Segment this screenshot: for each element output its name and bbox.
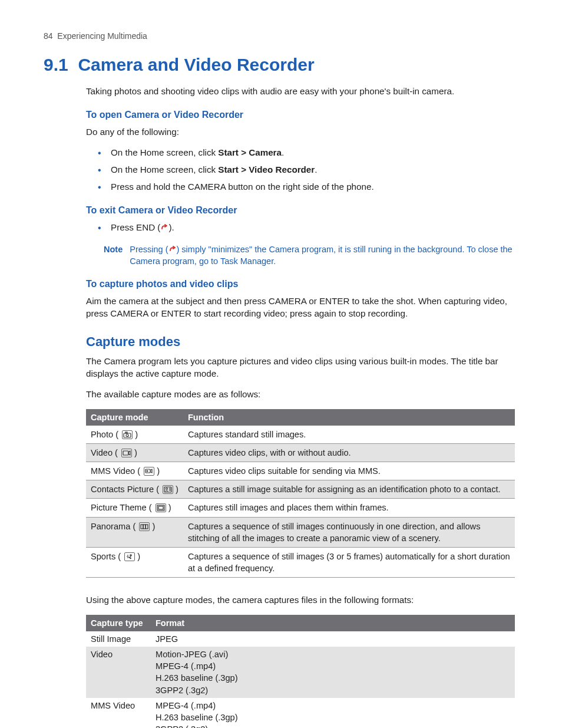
table-row: Panorama ( )Captures a sequence of still…	[86, 517, 515, 547]
table-row: Still ImageJPEG	[86, 631, 515, 647]
svg-rect-3	[123, 451, 128, 455]
table-row: MMS Video ( )Captures video clips suitab…	[86, 462, 515, 480]
list-text: .	[282, 147, 284, 157]
list-item: On the Home screen, click Start > Video …	[108, 164, 515, 176]
running-header: 84 Experiencing Multimedia	[44, 31, 515, 42]
format-values-cell: MPEG-4 (.mp4)H.263 baseline (.3gp)3GPP2 …	[151, 698, 515, 728]
format-type-cell: MMS Video	[86, 698, 151, 728]
mode-name: Sports	[91, 552, 115, 561]
note-block: Note Pressing () simply "minimizes" the …	[104, 243, 515, 267]
format-value: Motion-JPEG (.avi)	[156, 648, 510, 660]
list-text: .	[315, 164, 317, 174]
table-row: Sports ( )Captures a sequence of still i…	[86, 547, 515, 577]
exit-heading: To exit Camera or Video Recorder	[86, 204, 515, 217]
format-value: MPEG-4 (.mp4)	[156, 700, 510, 711]
open-list: On the Home screen, click Start > Camera…	[108, 147, 515, 193]
list-text: On the Home screen, click	[111, 147, 218, 157]
svg-point-1	[126, 434, 128, 436]
format-value: H.263 baseline (.3gp)	[156, 711, 510, 723]
chapter-title: Experiencing Multimedia	[57, 31, 147, 41]
mode-function-cell: Captures standard still images.	[183, 426, 515, 444]
svg-rect-11	[143, 525, 146, 529]
mode-name-cell: Panorama ( )	[86, 517, 183, 547]
capture-modes-heading: Capture modes	[86, 333, 515, 351]
list-text: Press END (	[111, 222, 160, 232]
list-bold: Start > Video Recorder	[218, 164, 315, 174]
svg-point-13	[130, 555, 131, 556]
table-row: Contacts Picture ( )Captures a still ima…	[86, 480, 515, 499]
list-text: Press and hold the CAMERA button on the …	[111, 182, 374, 192]
list-item: Press END ().	[108, 222, 515, 234]
modes-col-func: Function	[183, 409, 515, 426]
mode-name-cell: Sports ( )	[86, 547, 183, 577]
capture-clips-text: Aim the camera at the subject and then p…	[86, 295, 515, 320]
end-key-icon	[168, 245, 177, 253]
end-key-icon	[160, 223, 168, 232]
mms-mode-icon	[144, 467, 154, 476]
svg-rect-9	[158, 506, 163, 509]
format-value: MPEG-4 (.mp4)	[156, 660, 510, 672]
list-text: ).	[168, 222, 174, 232]
note-pre: Pressing (	[130, 245, 168, 254]
table-row: MMS VideoMPEG-4 (.mp4)H.263 baseline (.3…	[86, 698, 515, 728]
section-number: 9.1	[44, 55, 68, 74]
mode-function-cell: Captures a still image suitable for assi…	[183, 480, 515, 499]
formats-col-type: Capture type	[86, 615, 151, 631]
section-heading: 9.1 Camera and Video Recorder	[44, 52, 515, 77]
mode-function-cell: Captures a sequence of still images cont…	[183, 517, 515, 547]
list-item: On the Home screen, click Start > Camera…	[108, 147, 515, 159]
intro-text: Taking photos and shooting video clips w…	[86, 85, 515, 98]
table-row: Picture Theme ( )Captures still images a…	[86, 499, 515, 517]
capture-clips-heading: To capture photos and video clips	[86, 278, 515, 291]
mode-name: Contacts Picture	[91, 485, 154, 494]
table-row: Photo ( )Captures standard still images.	[86, 426, 515, 444]
sports-mode-icon	[124, 552, 135, 561]
format-values-cell: JPEG	[151, 631, 515, 647]
table-row: Video ( )Captures video clips, with or w…	[86, 444, 515, 462]
camera-mode-icon	[122, 430, 133, 439]
svg-point-7	[166, 488, 168, 490]
mode-function-cell: Captures video clips, with or without au…	[183, 444, 515, 462]
mode-name: Picture Theme	[91, 503, 147, 512]
formats-lead: Using the above capture modes, the camer…	[86, 594, 515, 607]
contact-mode-icon	[163, 485, 173, 494]
mode-name: Panorama	[91, 522, 130, 531]
mode-name-cell: MMS Video ( )	[86, 462, 183, 480]
video-mode-icon	[121, 449, 132, 457]
note-text: Pressing () simply "minimizes" the Camer…	[130, 243, 515, 267]
mode-name: Video	[91, 448, 113, 457]
capture-modes-p2: The available capture modes are as follo…	[86, 388, 515, 401]
formats-col-fmt: Format	[151, 615, 515, 631]
format-value: 3GPP2 (.3g2)	[156, 684, 510, 696]
list-item: Press and hold the CAMERA button on the …	[108, 181, 515, 193]
svg-rect-10	[141, 525, 143, 529]
format-value: H.263 baseline (.3gp)	[156, 672, 510, 684]
exit-list: Press END ().	[108, 222, 515, 234]
mode-name-cell: Photo ( )	[86, 426, 183, 444]
page-number: 84	[44, 31, 53, 41]
format-value: 3GPP2 (.3g2)	[156, 723, 510, 728]
format-values-cell: Motion-JPEG (.avi)MPEG-4 (.mp4)H.263 bas…	[151, 647, 515, 698]
note-post: ) simply "minimizes" the Camera program,…	[130, 245, 512, 266]
format-type-cell: Video	[86, 647, 151, 698]
capture-modes-table: Capture mode Function Photo ( )Captures …	[86, 409, 515, 578]
mode-name-cell: Picture Theme ( )	[86, 499, 183, 517]
mode-name: Photo	[91, 430, 113, 439]
section-title: Camera and Video Recorder	[78, 55, 314, 74]
note-label: Note	[104, 243, 123, 267]
svg-rect-12	[146, 525, 148, 529]
theme-mode-icon	[156, 503, 166, 512]
format-type-cell: Still Image	[86, 631, 151, 647]
mode-function-cell: Captures a sequence of still images (3 o…	[183, 547, 515, 577]
mode-name-cell: Contacts Picture ( )	[86, 480, 183, 499]
open-lead: Do any of the following:	[86, 126, 515, 139]
list-text: On the Home screen, click	[111, 164, 218, 174]
open-heading: To open Camera or Video Recorder	[86, 108, 515, 121]
mode-function-cell: Captures still images and places them wi…	[183, 499, 515, 517]
capture-modes-p1: The Camera program lets you capture pict…	[86, 355, 515, 380]
formats-table: Capture type Format Still ImageJPEGVideo…	[86, 615, 515, 728]
format-value: JPEG	[156, 633, 510, 645]
mode-name: MMS Video	[91, 466, 135, 476]
list-bold: Start > Camera	[218, 147, 282, 157]
svg-point-5	[147, 470, 148, 472]
